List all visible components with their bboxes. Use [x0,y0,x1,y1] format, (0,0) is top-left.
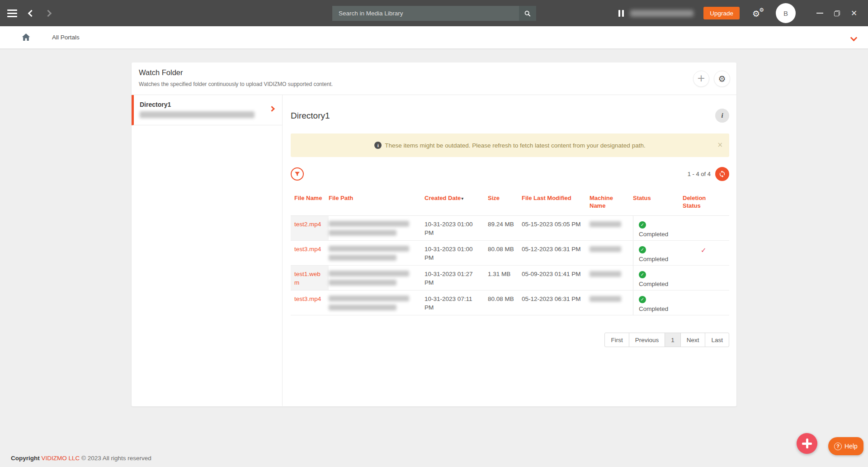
pagination-first[interactable]: First [604,333,629,347]
breadcrumb: All Portals [0,26,868,49]
file-link[interactable]: test3.mp4 [294,295,321,302]
column-file-path[interactable]: File Path [329,192,425,215]
filter-button[interactable] [291,167,304,181]
alert-info-icon: i [374,142,382,149]
column-file-name[interactable]: File Name [291,192,329,215]
help-button[interactable]: ? Help [828,437,863,455]
top-bar: Upgrade ⚙ ⚙ B ✕ [0,0,868,26]
directory-list-item[interactable]: Directory1 [132,95,282,125]
home-icon[interactable] [22,33,30,41]
hamburger-menu-icon[interactable] [7,8,17,19]
cogs-icon[interactable]: ⚙ ⚙ [752,8,764,19]
pagination-previous[interactable]: Previous [629,333,665,347]
status-cell: ✓ Completed [633,291,683,315]
add-fab-button[interactable] [797,433,817,454]
status-cell: ✓ Completed [633,241,683,265]
column-size[interactable]: Size [488,192,522,215]
column-machine-name[interactable]: Machine Name [590,192,633,215]
file-path-cell [329,241,425,265]
chevron-right-icon [269,106,275,112]
page-subtitle: Watches the specified folder continuousl… [139,81,729,87]
refresh-button[interactable] [715,167,729,181]
created-date-cell: 10-31-2023 07:11 PM [425,291,488,315]
status-check-icon: ✓ [639,246,646,253]
machine-name-cell [590,291,633,315]
outdated-alert: i These items might be outdated. Please … [291,133,729,157]
watch-folder-table: File Name File Path Created Date▾ Size F… [291,192,729,315]
deletion-check-icon: ✓ [701,246,707,256]
table-header-row: File Name File Path Created Date▾ Size F… [291,192,729,216]
breadcrumb-item-all-portals[interactable]: All Portals [52,34,80,41]
machine-name-cell [590,241,633,265]
deletion-status-cell: ✓ [683,291,726,315]
column-status[interactable]: Status [633,192,683,215]
alert-close-icon[interactable]: × [717,141,723,149]
status-cell: ✓ Completed [633,216,683,240]
deletion-status-cell: ✓ [683,216,726,240]
file-link[interactable]: test3.mp4 [294,246,321,253]
plus-icon: + [697,73,705,83]
directory-detail-title: Directory1 [291,111,330,121]
card-header: Watch Folder Watches the specified folde… [132,62,736,95]
search-button[interactable] [519,6,536,21]
company-link[interactable]: VIDIZMO LLC [42,455,80,462]
search-bar [332,6,536,21]
size-cell: 80.08 MB [488,291,522,315]
upgrade-button[interactable]: Upgrade [703,7,740,19]
status-check-icon: ✓ [639,221,646,229]
file-path-cell [329,216,425,240]
file-last-modified-cell: 05-12-2023 06:31 PM [522,291,590,315]
file-link[interactable]: test2.mp4 [294,221,321,228]
watch-folder-card: Watch Folder Watches the specified folde… [132,62,736,406]
created-date-cell: 10-31-2023 01:27 PM [425,266,488,290]
back-arrow-icon[interactable] [28,10,35,17]
pagination: First Previous 1 Next Last [604,333,729,347]
table-row: test3.mp4 10-31-2023 01:00 PM 80.08 MB 0… [291,241,729,266]
forward-arrow-icon[interactable] [45,10,52,17]
question-icon: ? [834,443,842,450]
file-last-modified-cell: 05-09-2023 01:41 PM [522,266,590,290]
gear-icon: ⚙ [718,75,726,83]
info-button[interactable]: i [715,109,729,123]
search-input[interactable] [332,6,519,21]
directory-name: Directory1 [140,101,269,108]
machine-name-cell [590,216,633,240]
result-range-label: 1 - 4 of 4 [688,171,711,177]
size-cell: 1.31 MB [488,266,522,290]
column-deletion-status[interactable]: Deletion Status [683,192,726,215]
size-cell: 89.24 MB [488,216,522,240]
table-row: test3.mp4 10-31-2023 07:11 PM 80.08 MB 0… [291,291,729,315]
deletion-status-cell: ✓ [683,241,726,265]
trial-notice-redacted [630,10,693,17]
settings-button[interactable]: ⚙ [714,71,730,87]
file-last-modified-cell: 05-12-2023 06:31 PM [522,241,590,265]
add-watch-folder-button[interactable]: + [693,71,709,87]
restore-button[interactable] [830,6,844,20]
page-title: Watch Folder [139,68,729,77]
directory-path-redacted [140,111,255,118]
created-date-cell: 10-31-2023 01:00 PM [425,241,488,265]
chevron-down-icon[interactable] [850,34,858,42]
directory-detail-panel: Directory1 i i These items might be outd… [283,95,736,406]
file-link[interactable]: test1.webm [294,271,321,286]
search-icon [524,10,531,17]
status-cell: ✓ Completed [633,266,683,290]
deletion-status-cell: ✓ [683,266,726,290]
sort-desc-icon: ▾ [461,196,463,201]
footer-copyright: Copyright VIDIZMO LLC © 2023 All rights … [11,455,151,462]
minimize-button[interactable] [813,6,826,20]
pagination-next[interactable]: Next [680,333,706,347]
column-created-date[interactable]: Created Date▾ [425,192,488,215]
status-check-icon: ✓ [639,296,646,303]
directory-list: Directory1 [132,95,283,406]
size-cell: 80.08 MB [488,241,522,265]
file-path-cell [329,291,425,315]
avatar[interactable]: B [776,3,796,23]
close-button[interactable]: ✕ [847,6,861,20]
pause-icon[interactable] [618,10,624,17]
pagination-last[interactable]: Last [705,333,729,347]
pagination-page-1[interactable]: 1 [665,333,681,347]
status-check-icon: ✓ [639,271,646,278]
file-path-cell [329,266,425,290]
column-file-last-modified[interactable]: File Last Modified [522,192,590,215]
